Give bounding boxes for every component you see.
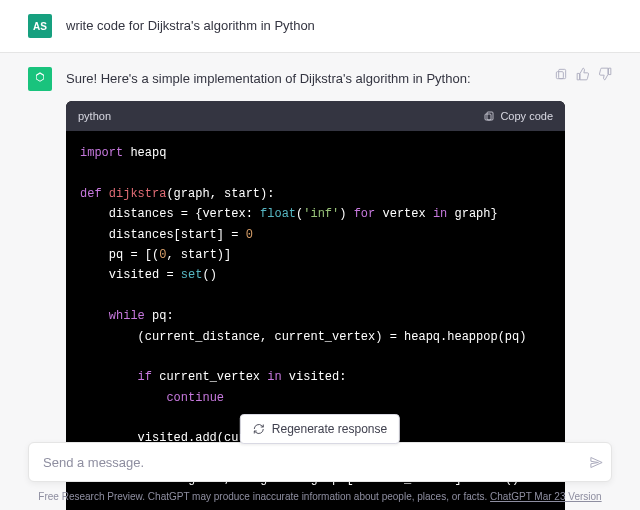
refresh-icon [253,423,265,435]
regenerate-label: Regenerate response [272,422,387,436]
thumbs-down-button[interactable] [598,67,612,84]
message-input[interactable] [29,455,581,470]
footer-link[interactable]: ChatGPT Mar 23 Version [490,491,602,502]
assistant-avatar [28,67,52,91]
user-message: AS write code for Dijkstra's algorithm i… [0,0,640,52]
user-text: write code for Dijkstra's algorithm in P… [66,14,612,36]
footer-text: Free Research Preview. ChatGPT may produ… [0,491,640,502]
thumbs-up-icon [576,67,590,81]
code-header: python Copy code [66,101,565,132]
thumbs-down-icon [598,67,612,81]
copy-button[interactable] [554,67,568,84]
svg-rect-1 [485,114,491,120]
copy-code-button[interactable]: Copy code [483,108,553,125]
clipboard-icon [554,67,568,81]
clipboard-icon [483,110,495,122]
svg-rect-0 [487,112,493,120]
regenerate-button[interactable]: Regenerate response [240,414,400,444]
svg-rect-3 [556,72,563,79]
code-lang-label: python [78,108,111,125]
openai-icon [32,71,48,87]
user-avatar: AS [28,14,52,38]
send-icon [589,455,604,470]
svg-rect-2 [559,69,566,78]
thumbs-up-button[interactable] [576,67,590,84]
message-input-bar [28,442,612,482]
assistant-text: Sure! Here's a simple implementation of … [66,69,565,89]
feedback-bar [554,67,612,84]
copy-code-label: Copy code [500,108,553,125]
send-button[interactable] [581,455,611,470]
